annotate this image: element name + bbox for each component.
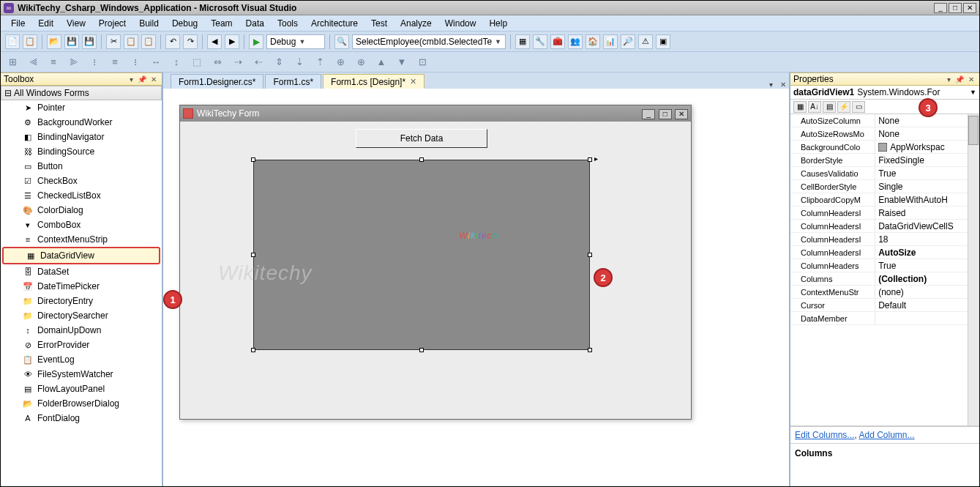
open-button[interactable]: 📂 [47,34,61,49]
scrollbar[interactable] [968,114,979,425]
panel-options-button[interactable]: ▾ [945,75,953,83]
error-list-button[interactable]: ⚠ [638,34,653,49]
property-row[interactable]: CursorDefault [790,299,968,312]
menu-edit[interactable]: Edit [32,17,59,30]
edit-columns-link[interactable]: Edit Columns... [795,430,854,440]
property-value[interactable]: EnableWithAutoH [875,193,968,206]
resize-handle[interactable] [251,157,255,162]
hspace-dec-button[interactable]: ⇠ [251,55,266,70]
document-tab[interactable]: Form1.cs* [265,74,321,89]
property-row[interactable]: CausesValidatioTrue [790,167,968,180]
menu-window[interactable]: Window [439,17,482,30]
tab-close-icon[interactable]: ✕ [410,77,416,86]
save-button[interactable]: 💾 [64,34,79,49]
scroll-thumb[interactable] [968,116,979,145]
menu-tools[interactable]: Tools [272,17,304,30]
redo-button[interactable]: ↷ [183,34,198,49]
toolbox-item-directorysearcher[interactable]: 📁DirectorySearcher [1,308,162,323]
property-row[interactable]: Columns(Collection) [790,272,968,286]
property-row[interactable]: ColumnHeadersIRaised [790,207,968,220]
property-row[interactable]: DataMember [790,312,968,325]
toolbox-item-checkedlistbox[interactable]: ☰CheckedListBox [1,188,162,203]
form-close-button[interactable]: ✕ [675,109,688,119]
toolbox-item-flowlayoutpanel[interactable]: ▤FlowLayoutPanel [1,382,162,396]
property-value[interactable]: Single [875,180,968,193]
property-object-selector[interactable]: dataGridView1 System.Windows.For ▼ [790,86,979,100]
property-value[interactable] [875,312,968,324]
document-tab[interactable]: Form1.Designer.cs* [171,74,263,89]
resize-handle[interactable] [419,348,424,352]
align-top-button[interactable]: ⫶ [87,55,102,70]
hspace-inc-button[interactable]: ⇢ [231,55,245,70]
property-value[interactable]: (none) [875,286,968,298]
alphabetical-button[interactable]: A↓ [808,101,821,113]
document-tab[interactable]: Form1.cs [Design]*✕ [323,74,424,89]
add-column-link[interactable]: Add Column... [859,430,915,440]
toolbox-item-domainupdown[interactable]: ↕DomainUpDown [1,323,162,338]
menu-data[interactable]: Data [240,17,270,30]
tab-overflow-button[interactable]: ▾ [766,81,776,89]
toolbox-item-datetimepicker[interactable]: 📅DateTimePicker [1,279,162,294]
fetch-data-button[interactable]: Fetch Data [356,129,487,148]
align-right-button[interactable]: ⫸ [67,55,81,70]
toolbox-item-contextmenustrip[interactable]: ≡ContextMenuStrip [1,232,162,247]
solution-explorer-button[interactable]: ▦ [515,34,530,49]
toolbox-item-directoryentry[interactable]: 📁DirectoryEntry [1,294,162,308]
property-row[interactable]: ContextMenuStr(none) [790,286,968,299]
resize-handle[interactable] [251,348,255,352]
form-minimize-button[interactable]: _ [642,109,655,119]
bring-front-button[interactable]: ▲ [374,55,389,70]
same-width-button[interactable]: ↔ [149,55,163,70]
smart-tag-button[interactable]: ▸ [594,155,598,163]
properties-button[interactable]: 🔧 [533,34,547,49]
start-page-button[interactable]: 🏠 [586,34,600,49]
toolbox-item-eventlog[interactable]: 📋EventLog [1,352,162,367]
property-row[interactable]: ClipboardCopyMEnableWithAutoH [790,193,968,207]
nav-fwd-button[interactable]: ▶ [225,34,239,49]
vspace-inc-button[interactable]: ⇣ [292,55,307,70]
pin-button[interactable]: 📌 [953,75,966,83]
categorized-button[interactable]: ▦ [793,101,807,113]
menu-team[interactable]: Team [205,17,238,30]
datagridview-control[interactable]: Wikitechy ▸ [253,160,590,350]
property-value[interactable]: Raised [875,207,968,219]
winform-preview[interactable]: WikiTechy Form _ □ ✕ Fetch Data Wikitech… [179,105,692,420]
toolbox-item-bindingsource[interactable]: ⛓BindingSource [1,144,162,159]
property-row[interactable]: AutoSizeColumnNone [790,114,968,127]
toolbox-item-pointer[interactable]: ➤Pointer [1,100,162,115]
save-all-button[interactable]: 💾 [82,34,97,49]
class-view-button[interactable]: 📊 [603,34,618,49]
events-button[interactable]: ⚡ [837,101,850,113]
toolbox-item-dataset[interactable]: 🗄DataSet [1,264,162,279]
vspace-dec-button[interactable]: ⇡ [313,55,327,70]
new-project-button[interactable]: 📄 [5,34,20,49]
menu-analyze[interactable]: Analyze [394,17,438,30]
property-value[interactable]: Default [875,299,968,311]
pin-button[interactable]: 📌 [135,75,149,83]
start-debug-button[interactable]: ▶ [249,34,263,49]
toolbox-item-fontdialog[interactable]: AFontDialog [1,411,162,425]
panel-close-button[interactable]: ✕ [149,75,159,83]
team-explorer-button[interactable]: 👥 [568,34,583,49]
center-v-button[interactable]: ⊕ [354,55,368,70]
send-back-button[interactable]: ▼ [394,55,409,70]
toolbox-item-backgroundworker[interactable]: ⚙BackgroundWorker [1,115,162,130]
panel-options-button[interactable]: ▾ [127,75,135,83]
form-designer[interactable]: WikiTechy Form _ □ ✕ Fetch Data Wikitech… [163,89,789,487]
property-value[interactable]: DataGridViewCellS [875,220,968,232]
toolbox-item-checkbox[interactable]: ☑CheckBox [1,174,162,188]
toolbox-item-datagridview[interactable]: ▦DataGridView [2,247,160,264]
same-height-button[interactable]: ↕ [169,55,184,70]
object-browser-button[interactable]: 🔎 [621,34,635,49]
center-h-button[interactable]: ⊕ [333,55,348,70]
property-value[interactable]: True [875,167,968,179]
toolbox-item-filesystemwatcher[interactable]: 👁FileSystemWatcher [1,367,162,382]
menu-build[interactable]: Build [133,17,165,30]
property-row[interactable]: ColumnHeadersIDataGridViewCellS [790,220,968,233]
property-row[interactable]: ColumnHeadersI18 [790,233,968,246]
vspace-equal-button[interactable]: ⇕ [272,55,286,70]
menu-view[interactable]: View [61,17,91,30]
property-row[interactable]: BackgroundColoAppWorkspac [790,141,968,154]
maximize-button[interactable]: □ [949,3,962,13]
property-value[interactable]: (Collection) [875,272,968,285]
